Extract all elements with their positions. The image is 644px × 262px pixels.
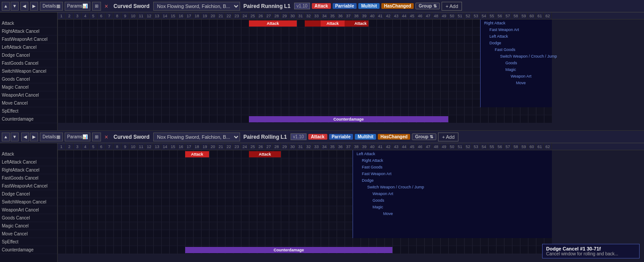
grid-line xyxy=(400,246,401,254)
arrow-up-top[interactable]: ▲ xyxy=(2,2,10,11)
arrow-next-top[interactable]: ▶ xyxy=(30,2,38,11)
grid-line xyxy=(121,107,122,115)
close-btn-top[interactable]: × xyxy=(103,3,110,10)
tag-parriable-bottom[interactable]: Parriable xyxy=(329,134,353,140)
timeline-bar[interactable]: Attack xyxy=(321,20,345,27)
grid-line xyxy=(137,75,138,83)
group-btn-top[interactable]: Group ⇅ xyxy=(415,3,440,9)
grid-line xyxy=(544,107,544,115)
tag-multihit-top[interactable]: Multihit xyxy=(358,3,380,9)
grid-line xyxy=(129,166,130,174)
grid-line xyxy=(281,150,281,158)
grid-line xyxy=(66,182,66,190)
combo-select-top[interactable]: Nox Flowing Sword, Falchion, B... xyxy=(153,2,240,11)
frame-number: 59 xyxy=(520,143,528,150)
params-btn-bottom[interactable]: Params 📊 xyxy=(65,133,90,141)
grid-line xyxy=(313,198,313,206)
grid-line xyxy=(321,174,321,182)
grid-line xyxy=(416,91,417,99)
grid-line xyxy=(58,91,58,99)
grid-line xyxy=(273,206,273,214)
grid-line xyxy=(440,51,441,59)
grid-line xyxy=(329,174,329,182)
row-label: LeftAttack Cancel xyxy=(0,43,57,51)
group-btn-bottom[interactable]: Group ⇅ xyxy=(412,133,436,140)
arrow-prev-top[interactable]: ◀ xyxy=(20,2,28,11)
grid-line xyxy=(400,107,401,115)
close-btn-bottom[interactable]: × xyxy=(103,133,110,141)
add-btn-top[interactable]: + Add xyxy=(442,2,462,11)
row-label: SwitchWeapon Cancel xyxy=(0,67,57,75)
arrow-prev-bottom[interactable]: ◀ xyxy=(21,133,29,141)
grid-line xyxy=(145,246,146,254)
grid-line xyxy=(161,238,162,246)
grid-line xyxy=(249,198,249,206)
grid-line xyxy=(456,59,457,67)
grid-line xyxy=(201,107,202,115)
row-label: Goods Cancel xyxy=(0,75,57,83)
grid-btn-bottom[interactable]: ⊞ xyxy=(92,133,101,141)
arrow-down-bottom[interactable]: ▼ xyxy=(11,133,19,141)
grid-line xyxy=(488,115,489,123)
grid-line xyxy=(305,27,305,35)
arrow-next-bottom[interactable]: ▶ xyxy=(30,133,38,141)
grid-line xyxy=(209,238,209,246)
grid-line xyxy=(113,20,114,27)
tag-haschanged-top[interactable]: HasChanged xyxy=(381,3,414,9)
grid-line xyxy=(305,214,305,222)
timeline-bar[interactable]: Attack xyxy=(353,20,369,27)
grid-line xyxy=(345,91,345,99)
combo-select-bottom[interactable]: Nox Flowing Sword, Falchion, B... xyxy=(153,133,240,141)
cancel-tree-item: Move xyxy=(355,211,550,217)
grid-btn-top[interactable]: ⊞ xyxy=(92,2,101,11)
grid-line xyxy=(89,59,90,67)
grid-line xyxy=(177,214,178,222)
frame-number: 49 xyxy=(440,143,448,150)
arrow-down-top[interactable]: ▼ xyxy=(11,2,19,11)
grid-line xyxy=(105,35,106,43)
grid-line xyxy=(58,198,58,206)
grid-line xyxy=(66,198,66,206)
grid-line xyxy=(225,67,225,75)
grid-line xyxy=(464,115,465,123)
grid-line xyxy=(265,51,265,59)
details-btn-bottom[interactable]: Details ▦ xyxy=(40,133,63,141)
frame-number: 53 xyxy=(472,143,480,150)
tag-attack-bottom[interactable]: Attack xyxy=(308,134,327,140)
grid-line xyxy=(464,91,465,99)
timeline-bar[interactable]: Attack xyxy=(185,151,209,157)
tag-attack-top[interactable]: Attack xyxy=(312,3,331,9)
grid-line xyxy=(297,238,297,246)
tag-parriable-top[interactable]: Parriable xyxy=(333,3,357,9)
timeline-bar[interactable]: Counterdamage xyxy=(185,247,392,253)
params-btn-top[interactable]: Params 📊 xyxy=(65,2,90,11)
grid-line xyxy=(74,158,74,166)
grid-line xyxy=(153,35,154,43)
grid-line xyxy=(97,67,98,75)
arrow-up-bottom[interactable]: ▲ xyxy=(2,133,10,141)
grid-line xyxy=(97,230,98,238)
grid-line xyxy=(241,190,241,198)
tag-haschanged-bottom[interactable]: HasChanged xyxy=(378,134,410,140)
timeline-bar[interactable]: Counterdamage xyxy=(249,116,448,122)
grid-line xyxy=(89,238,90,246)
grid-line xyxy=(113,51,114,59)
grid-line xyxy=(241,158,241,166)
timeline-bar[interactable]: Attack xyxy=(249,151,281,157)
add-btn-bottom[interactable]: + Add xyxy=(438,133,458,141)
grid-line xyxy=(177,67,178,75)
frame-number: 3 xyxy=(74,143,81,150)
grid-line xyxy=(193,166,194,174)
grid-line xyxy=(81,182,82,190)
timeline-bar[interactable]: Attack xyxy=(249,20,297,27)
grid-line xyxy=(384,75,385,83)
grid-line xyxy=(408,59,409,67)
row-labels-bottom: AttackLeftAttack CancelRightAttack Cance… xyxy=(0,143,58,262)
panel-top: ▲ ▼ ◀▶ Details ▦ Params 📊 ⊞ × Curved Swo… xyxy=(0,0,644,131)
grid-line xyxy=(89,214,90,222)
grid-line xyxy=(297,59,297,67)
details-btn-top[interactable]: Details ▦ xyxy=(40,2,63,11)
grid-line xyxy=(440,75,441,83)
frame-number: 23 xyxy=(233,143,241,150)
tag-multihit-bottom[interactable]: Multihit xyxy=(355,134,376,140)
